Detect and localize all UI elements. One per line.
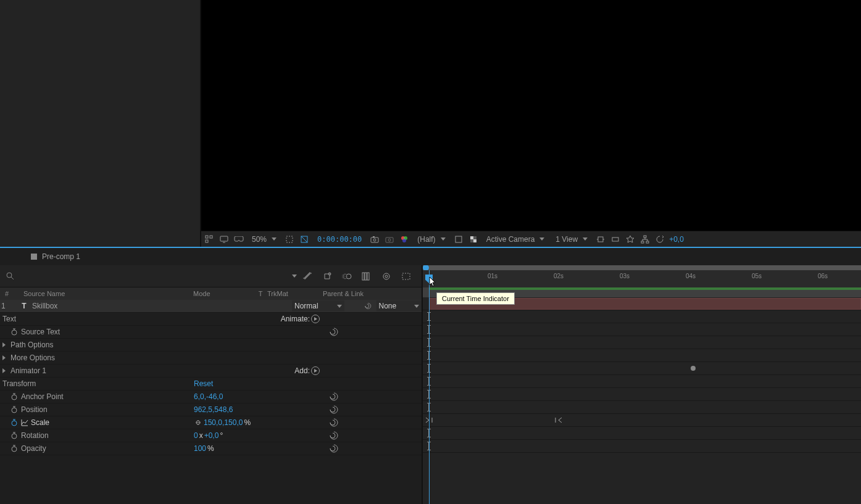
rotation-turns[interactable]: 0 [194, 431, 198, 440]
pickwhip-icon[interactable] [330, 444, 338, 453]
flowchart-icon[interactable] [639, 234, 651, 245]
goggles-icon[interactable] [233, 234, 244, 245]
stopwatch-icon[interactable] [10, 418, 19, 427]
render-queue-icon[interactable] [401, 271, 412, 282]
pickwhip-icon[interactable] [330, 418, 338, 427]
zoom-value: 50% [252, 235, 267, 244]
prop-group-text[interactable]: Text Animate: [0, 313, 422, 326]
work-area-bar[interactable] [429, 287, 861, 290]
prop-anchor-point[interactable]: Anchor Point 6,0,-46,0 [0, 390, 422, 403]
prop-opacity[interactable]: Opacity 100% [0, 442, 422, 455]
show-snapshot-icon[interactable] [384, 234, 395, 245]
constrain-icon[interactable] [194, 419, 202, 426]
layer-style-icon[interactable] [381, 271, 392, 282]
prop-more-options[interactable]: More Options [0, 352, 422, 365]
opacity-label: Opacity [21, 444, 46, 453]
chevron-down-icon[interactable] [292, 275, 297, 278]
frame-blend-toggle-icon[interactable] [322, 271, 333, 282]
rotation-label: Rotation [21, 431, 49, 440]
ruler-ticks[interactable]: 01s 02s 03s 04s 05s 06s [423, 270, 861, 287]
scale-value[interactable]: 150,0,150,0 [204, 418, 243, 427]
stopwatch-icon[interactable] [10, 444, 19, 453]
motion-blur-toggle-icon[interactable] [341, 271, 352, 282]
prop-path-options[interactable]: Path Options [0, 339, 422, 352]
prop-source-text[interactable]: Source Text [0, 326, 422, 339]
pixel-ratio-icon[interactable] [610, 234, 621, 245]
pickwhip-icon[interactable] [330, 392, 338, 401]
expand-arrow-icon[interactable] [2, 368, 6, 373]
anchor-point-value[interactable]: 6,0,-46,0 [194, 392, 223, 401]
pickwhip-icon[interactable] [330, 405, 338, 414]
time-navigator[interactable] [423, 265, 861, 270]
composition-viewer[interactable]: 50% 0:00:00:00 (Half) Active Camera 1 Vi… [201, 0, 861, 247]
grid-icon[interactable] [204, 234, 215, 245]
viewer-timecode[interactable]: 0:00:00:00 [317, 235, 362, 244]
channel-icon[interactable] [399, 234, 410, 245]
pickwhip-icon[interactable] [330, 431, 338, 440]
layer-row[interactable]: 1 T Skillbox Normal None [0, 300, 422, 313]
add-menu-button[interactable] [311, 366, 320, 375]
graph-editor-icon[interactable] [361, 271, 372, 282]
expand-arrow-icon[interactable] [2, 355, 6, 360]
position-value[interactable]: 962,5,548,6 [194, 405, 233, 414]
col-source[interactable]: Source Name [23, 290, 193, 297]
trkmat-dropdown[interactable]: None [376, 300, 422, 312]
text-layer-icon: T [20, 302, 28, 310]
zoom-dropdown[interactable]: 50% [248, 235, 280, 244]
graph-icon[interactable] [21, 419, 28, 426]
svg-rect-1 [210, 236, 212, 238]
stopwatch-icon[interactable] [10, 405, 19, 414]
add-label: Add: [294, 366, 310, 375]
camera-dropdown[interactable]: Active Camera [483, 235, 549, 244]
path-options-label: Path Options [10, 341, 53, 349]
blend-mode-dropdown[interactable]: Normal [292, 300, 344, 312]
keyframe-marker[interactable] [691, 366, 696, 371]
anchor-point-label: Anchor Point [21, 392, 64, 401]
stopwatch-icon[interactable] [10, 431, 19, 440]
expand-arrow-icon[interactable] [2, 342, 6, 347]
reset-exposure-icon[interactable] [654, 234, 665, 245]
prop-scale[interactable]: Scale 150,0,150,0% [0, 416, 422, 429]
svg-rect-16 [470, 236, 473, 239]
time-ruler[interactable]: 01s 02s 03s 04s 05s 06s [423, 265, 861, 287]
prop-position[interactable]: Position 962,5,548,6 [0, 403, 422, 416]
exposure-value[interactable]: +0,0 [669, 235, 684, 244]
opacity-value[interactable]: 100 [194, 444, 206, 453]
prop-animator[interactable]: Animator 1 Add: [0, 365, 422, 378]
pickwhip-icon[interactable] [330, 328, 338, 336]
tick-label: 04s [686, 273, 696, 279]
svg-point-58 [12, 447, 17, 452]
stopwatch-icon[interactable] [10, 328, 19, 336]
chevron-down-icon [583, 238, 588, 241]
fast-preview-icon[interactable] [625, 234, 636, 245]
rotation-value[interactable]: +0,0 [204, 431, 219, 440]
transparency-icon[interactable] [468, 234, 479, 245]
svg-point-52 [12, 421, 17, 426]
keyframe-ease-icon[interactable] [555, 417, 562, 423]
prop-rotation[interactable]: Rotation 0x+0,0° [0, 429, 422, 442]
resolution-dropdown[interactable]: (Half) [414, 235, 449, 244]
reset-button[interactable]: Reset [194, 379, 213, 388]
animate-menu-button[interactable] [311, 315, 320, 323]
time-panel[interactable]: 01s 02s 03s 04s 05s 06s Current Time Ind… [423, 265, 861, 504]
svg-point-11 [388, 239, 391, 241]
frame-blend-icon[interactable] [453, 234, 464, 245]
stopwatch-icon[interactable] [10, 392, 19, 401]
tab-label: Pre-comp 1 [42, 252, 80, 261]
monitor-icon[interactable] [218, 234, 230, 245]
snapshot-icon[interactable] [369, 234, 380, 245]
resolution-value: (Half) [417, 235, 435, 244]
svg-rect-0 [206, 236, 208, 238]
mask-toggle-icon[interactable] [299, 234, 310, 245]
layer-search-input[interactable] [20, 271, 285, 281]
views-dropdown[interactable]: 1 View [552, 235, 591, 244]
share-view-icon[interactable] [595, 234, 606, 245]
prop-group-transform[interactable]: Transform Reset [0, 378, 422, 390]
pickwhip-icon[interactable] [365, 302, 372, 310]
shy-layer-icon[interactable] [302, 271, 313, 282]
svg-rect-26 [646, 241, 649, 243]
track-row [423, 336, 861, 349]
region-icon[interactable] [284, 234, 295, 245]
timeline-tab[interactable]: Pre-comp 1 [25, 252, 86, 261]
track-row [423, 362, 861, 375]
